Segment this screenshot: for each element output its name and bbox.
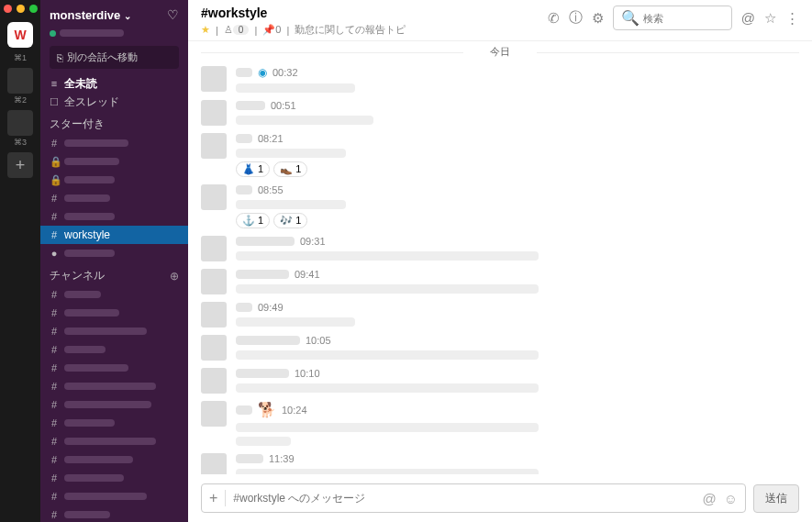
- sidebar-item[interactable]: #: [40, 450, 188, 469]
- star-list-icon[interactable]: ☆: [764, 10, 776, 27]
- status-icon: ◉: [258, 66, 267, 79]
- avatar[interactable]: [201, 184, 227, 210]
- sidebar-item[interactable]: #: [40, 359, 188, 377]
- sidebar-item[interactable]: 🔒: [40, 152, 188, 171]
- members-icon[interactable]: ♙0: [224, 24, 250, 36]
- timestamp[interactable]: 09:31: [300, 236, 326, 247]
- author-name[interactable]: [236, 185, 252, 194]
- timestamp[interactable]: 10:24: [282, 405, 307, 416]
- info-icon[interactable]: ⓘ: [569, 9, 583, 27]
- reaction[interactable]: 👞1: [273, 161, 307, 177]
- workspace-switcher[interactable]: monsterdive ⌄ ♡: [40, 0, 188, 29]
- message-body: [236, 350, 539, 360]
- send-button[interactable]: 送信: [753, 484, 799, 513]
- message[interactable]: 09:41: [199, 265, 801, 298]
- timestamp[interactable]: 09:49: [258, 302, 284, 313]
- sidebar-item[interactable]: #: [40, 304, 188, 322]
- sidebar-item[interactable]: #: [40, 432, 188, 450]
- workspace-slot[interactable]: [7, 110, 33, 136]
- star-icon[interactable]: ★: [201, 24, 210, 36]
- message[interactable]: 09:31: [199, 232, 801, 265]
- sidebar-item[interactable]: #: [40, 207, 188, 226]
- message[interactable]: 09:49: [199, 298, 801, 331]
- author-name[interactable]: [236, 68, 252, 77]
- message-input[interactable]: [233, 492, 695, 505]
- sidebar-item[interactable]: #: [40, 377, 188, 395]
- avatar[interactable]: [201, 236, 227, 261]
- message[interactable]: 🐕10:24: [199, 397, 801, 450]
- add-workspace-button[interactable]: +: [7, 152, 33, 178]
- avatar[interactable]: [201, 335, 227, 361]
- message[interactable]: 08:21👗1👞1: [199, 129, 801, 181]
- message[interactable]: 00:51: [199, 96, 801, 129]
- timestamp[interactable]: 10:05: [306, 335, 331, 346]
- avatar[interactable]: [201, 453, 227, 474]
- all-unread[interactable]: ≡全未読: [40, 74, 188, 93]
- timestamp[interactable]: 00:32: [273, 67, 298, 78]
- timestamp[interactable]: 10:10: [295, 368, 320, 379]
- message[interactable]: 08:55⚓1🎶1: [199, 181, 801, 232]
- search-input[interactable]: [643, 13, 724, 24]
- sidebar-item[interactable]: ●: [40, 244, 188, 262]
- search-box[interactable]: 🔍: [613, 6, 732, 30]
- sidebar-item[interactable]: #: [40, 340, 188, 359]
- sidebar-item[interactable]: #: [40, 414, 188, 432]
- timestamp[interactable]: 08:21: [258, 133, 284, 144]
- reaction[interactable]: 👗1: [236, 161, 270, 177]
- author-name[interactable]: [236, 237, 295, 246]
- author-name[interactable]: [236, 369, 289, 378]
- avatar[interactable]: [201, 269, 227, 294]
- bell-icon[interactable]: ♡: [167, 7, 179, 22]
- gear-icon[interactable]: ⚙: [592, 10, 604, 27]
- sidebar-item[interactable]: #: [40, 505, 188, 522]
- all-threads[interactable]: ☐全スレッド: [40, 93, 188, 111]
- avatar[interactable]: [201, 302, 227, 328]
- message[interactable]: 10:10: [199, 364, 801, 397]
- author-name[interactable]: [236, 454, 263, 463]
- author-name[interactable]: [236, 303, 252, 312]
- sidebar-item[interactable]: #: [40, 469, 188, 487]
- jump-to[interactable]: ⎘別の会話へ移動: [50, 46, 179, 69]
- mention-button[interactable]: @: [702, 491, 716, 506]
- more-icon[interactable]: ⋮: [785, 10, 799, 27]
- timestamp[interactable]: 11:39: [269, 453, 295, 464]
- avatar[interactable]: [201, 368, 227, 394]
- author-name[interactable]: [236, 101, 265, 110]
- user-presence[interactable]: [40, 29, 188, 42]
- workspace-slot[interactable]: [7, 68, 33, 94]
- window-controls[interactable]: [4, 5, 38, 13]
- avatar[interactable]: [201, 66, 227, 92]
- sidebar-item[interactable]: #: [40, 322, 188, 340]
- channel-topic[interactable]: 勤怠に関しての報告トピ: [295, 23, 406, 37]
- author-name[interactable]: [236, 336, 300, 345]
- add-channel-icon[interactable]: ⊕: [170, 270, 179, 283]
- timestamp[interactable]: 00:51: [271, 100, 296, 111]
- sidebar-item-workstyle[interactable]: #workstyle: [40, 226, 188, 244]
- author-name[interactable]: [236, 270, 289, 279]
- avatar[interactable]: [201, 133, 227, 159]
- timestamp[interactable]: 09:41: [295, 269, 320, 280]
- message[interactable]: ◉00:32: [199, 62, 801, 96]
- channel-title[interactable]: #workstyle: [201, 6, 406, 20]
- call-icon[interactable]: ✆: [548, 10, 560, 27]
- avatar[interactable]: [201, 100, 227, 126]
- sidebar-item[interactable]: 🔒: [40, 171, 188, 189]
- emoji-button[interactable]: ☺: [724, 491, 738, 506]
- mentions-icon[interactable]: @: [741, 10, 755, 26]
- reaction[interactable]: ⚓1: [236, 213, 270, 228]
- message[interactable]: 11:39: [199, 450, 801, 474]
- attach-button[interactable]: +: [209, 490, 226, 506]
- author-name[interactable]: [236, 134, 252, 143]
- sidebar-item[interactable]: #: [40, 189, 188, 207]
- sidebar-item[interactable]: #: [40, 395, 188, 414]
- timestamp[interactable]: 08:55: [258, 184, 284, 195]
- author-name[interactable]: [236, 405, 252, 415]
- pins-icon[interactable]: 📌0: [262, 24, 281, 36]
- sidebar-item[interactable]: #: [40, 134, 188, 152]
- reaction[interactable]: 🎶1: [273, 213, 307, 228]
- sidebar-item[interactable]: #: [40, 487, 188, 505]
- avatar[interactable]: [201, 401, 227, 427]
- message[interactable]: 10:05: [199, 331, 801, 364]
- sidebar-item[interactable]: #: [40, 285, 188, 304]
- workspace-icon[interactable]: W: [7, 22, 33, 48]
